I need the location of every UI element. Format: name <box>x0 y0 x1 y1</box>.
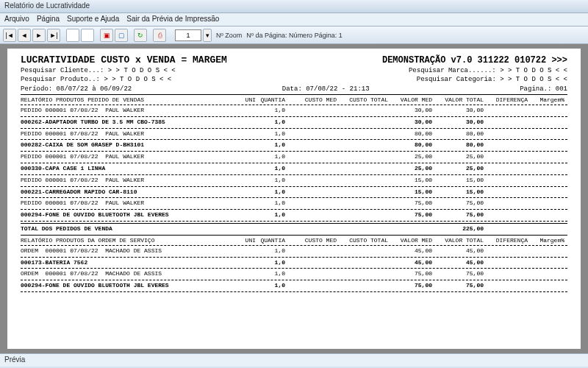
print-preview-area: LUCRATIVIDADE CUSTO x VENDA = MARGEM DEM… <box>0 44 588 353</box>
table-row: PEDIDO 000001 07/08/22 PAUL WALKER1,075,… <box>21 199 567 208</box>
toolbar: |◄ ◄ ► ►| ▣ ▢ ↻ ⎙ ▾ Nº Zoom Nº da Página… <box>0 26 588 44</box>
column-header-vendas: RELATÓRIO PRODUTOS PEDIDO DE VENDAS UNI … <box>21 96 567 103</box>
nav-next-icon[interactable]: ► <box>32 29 46 42</box>
period-label: Período: 08/07/22 à 06/09/22 <box>21 85 132 93</box>
menu-sair[interactable]: Sair da Prévia de Impressão <box>126 15 219 24</box>
search-category: Pesquisar Categoria: > > T O D O S < < <box>417 76 567 83</box>
page-grid-icon[interactable] <box>81 29 94 42</box>
statusbar: Prévia <box>0 353 588 367</box>
menu-pagina[interactable]: Página <box>37 15 60 24</box>
table-row: ORDEM 000001 07/08/22 MACHADO DE ASSIS1,… <box>21 247 567 255</box>
page-number-label: Nº da Página: Número Página: 1 <box>246 32 342 39</box>
table-row: 000173-BATERIA 75621,045,0045,00 <box>21 259 567 267</box>
table-row: 000221-CARREGADOR RAPIDO CAR-81101,015,0… <box>21 188 567 197</box>
search-brand: Pesquisar Marca......: > > T O D O S < < <box>409 67 567 74</box>
table-row: ORDEM 000001 07/08/22 MACHADO DE ASSIS1,… <box>21 270 567 278</box>
nav-first-icon[interactable]: |◄ <box>3 29 16 42</box>
table-row: 000282-CAIXA DE SOM GRASEP D-BH31011,080… <box>21 141 567 149</box>
report-page: LUCRATIVIDADE CUSTO x VENDA = MARGEM DEM… <box>7 49 581 349</box>
table-row: PEDIDO 000001 07/08/22 PAUL WALKER1,080,… <box>21 130 567 138</box>
nav-last-icon[interactable]: ►| <box>47 29 60 42</box>
search-product: Pesquisar Produto..: > > T O D O S < < <box>21 76 171 83</box>
zoom-out-icon[interactable]: ▢ <box>115 29 128 42</box>
menu-suporte[interactable]: Suporte e Ajuda <box>67 15 119 24</box>
table-row: PEDIDO 000001 07/08/22 PAUL WALKER1,015,… <box>21 177 567 185</box>
search-client: Pesquisar Cliente...: > > T O D O S < < <box>21 67 176 74</box>
zoom-stepper[interactable]: ▾ <box>203 29 212 42</box>
zoom-in-icon[interactable]: ▣ <box>100 29 113 42</box>
zoom-input[interactable] <box>175 29 201 41</box>
window-titlebar: Relatório de Lucratividade <box>0 0 588 13</box>
refresh-icon[interactable]: ↻ <box>134 29 147 42</box>
table-row: PEDIDO 000001 07/08/22 PAUL WALKER1,030,… <box>21 107 567 115</box>
date-label: Data: 07/08/22 - 21:13 <box>282 85 370 93</box>
page-title: LUCRATIVIDADE CUSTO x VENDA = MARGEM <box>21 54 227 66</box>
window-title: Relatório de Lucratividade <box>4 1 90 10</box>
print-icon[interactable]: ⎙ <box>153 29 166 42</box>
table-row: 000262-ADAPTADOR TURBO DE 3.5 MM CBO-738… <box>21 118 567 127</box>
menubar: Arquivo Página Suporte e Ajuda Sair da P… <box>0 13 588 26</box>
table-row: 000330-CAPA CASE 1 LINHA1,025,0025,00 <box>21 165 567 173</box>
table-row: 000294-FONE DE OUVIDO BLUETOOTH JBL EVER… <box>21 211 567 219</box>
nav-prev-icon[interactable]: ◄ <box>18 29 31 42</box>
table-row: 000294-FONE DE OUVIDO BLUETOOTH JBL EVER… <box>21 282 567 290</box>
page-list-icon[interactable] <box>66 29 79 42</box>
page-demo-label: DEMONSTRAÇÃO v7.0 311222 010722 >>> <box>382 55 567 66</box>
column-header-ordem: RELATÓRIO PRODUTOS DA ORDEM DE SERVIÇO U… <box>21 237 567 244</box>
status-label: Prévia <box>4 355 25 364</box>
table-row: PEDIDO 000001 07/08/22 PAUL WALKER1,025,… <box>21 153 567 161</box>
pagina-label: Pagina.: 001 <box>520 85 567 93</box>
zoom-label: Nº Zoom <box>216 32 242 39</box>
menu-arquivo[interactable]: Arquivo <box>4 15 29 24</box>
total-vendas-row: TOTAL DOS PEDIDOS DE VENDA 225,00 <box>21 225 567 233</box>
